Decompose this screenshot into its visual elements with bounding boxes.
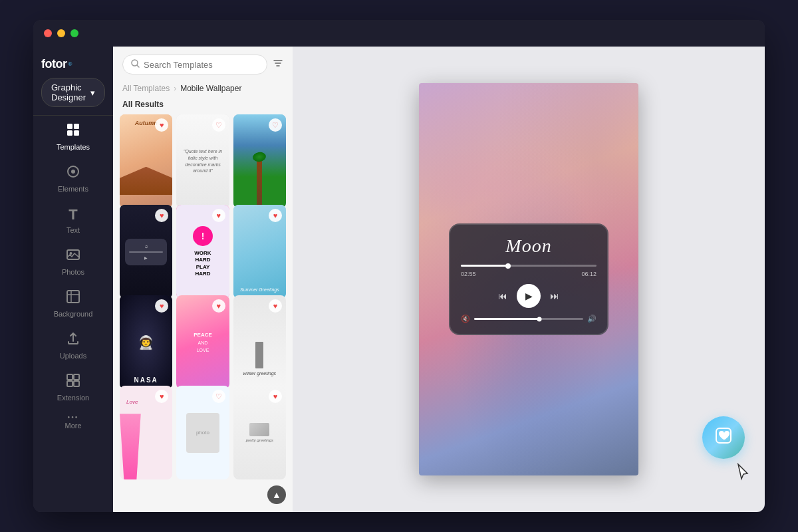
sidebar-item-elements[interactable]: Elements xyxy=(33,158,113,200)
favorite-badge: ♥ xyxy=(212,209,225,222)
app-body: fotor ® Graphic Designer ▾ xyxy=(33,47,765,512)
uploads-icon xyxy=(66,331,80,349)
favorite-badge: ♡ xyxy=(269,118,282,132)
photos-icon xyxy=(66,247,80,265)
sidebar-item-text[interactable]: T Text xyxy=(33,200,113,241)
favorite-badge: ♡ xyxy=(212,118,225,132)
breadcrumb: All Templates › Mobile Wallpaper xyxy=(113,80,293,97)
svg-rect-12 xyxy=(74,381,79,386)
wallpaper-background: Moon 02:55 06:12 ⏮ xyxy=(419,83,638,475)
more-icon: ●●● xyxy=(68,415,79,419)
breadcrumb-current: Mobile Wallpaper xyxy=(180,84,241,93)
logo: fotor xyxy=(41,57,66,71)
volume-up-icon: 🔊 xyxy=(587,315,597,323)
templates-label: Templates xyxy=(57,143,90,151)
svg-rect-8 xyxy=(67,291,79,303)
more-label: More xyxy=(65,422,81,430)
favorite-badge: ♥ xyxy=(269,209,282,222)
sidebar-item-photos[interactable]: Photos xyxy=(33,241,113,283)
svg-rect-1 xyxy=(74,124,79,129)
main-canvas: Moon 02:55 06:12 ⏮ xyxy=(293,47,765,512)
volume-row: 🔇 🔊 xyxy=(461,315,597,323)
time-row: 02:55 06:12 xyxy=(461,271,597,277)
scroll-to-top-button[interactable]: ▲ xyxy=(267,485,286,504)
uploads-label: Uploads xyxy=(60,352,86,360)
background-icon xyxy=(66,289,80,307)
template-card[interactable]: ♫ ▶ ♥ xyxy=(120,205,172,299)
logo-trademark: ® xyxy=(68,61,72,67)
volume-dot xyxy=(537,317,542,321)
elements-icon xyxy=(66,164,80,182)
cursor xyxy=(735,463,751,485)
progress-dot xyxy=(505,263,511,269)
favorite-badge: ♥ xyxy=(155,390,168,403)
volume-fill xyxy=(474,318,539,320)
player-title: Moon xyxy=(461,235,597,257)
sidebar-item-background[interactable]: Background xyxy=(33,283,113,325)
template-grid: Autumn ♥ "Quote text here in italic styl… xyxy=(113,114,293,512)
volume-mute-icon: 🔇 xyxy=(461,315,470,323)
canvas-content: Moon 02:55 06:12 ⏮ xyxy=(419,83,638,475)
photos-label: Photos xyxy=(62,268,84,276)
close-window-button[interactable] xyxy=(44,29,52,37)
progress-bar[interactable] xyxy=(461,265,597,267)
svg-rect-3 xyxy=(74,130,79,136)
template-card[interactable]: Summer Greetings ♥ xyxy=(233,205,286,299)
template-card[interactable]: "Quote text here in italic style with de… xyxy=(176,114,229,208)
filter-icon[interactable] xyxy=(273,58,283,71)
title-bar xyxy=(33,20,765,47)
panel-header xyxy=(113,47,293,80)
music-player-card: Moon 02:55 06:12 ⏮ xyxy=(449,223,608,335)
breadcrumb-parent[interactable]: All Templates xyxy=(122,84,170,93)
template-card[interactable]: Love ♥ xyxy=(120,386,172,479)
time-current: 02:55 xyxy=(461,271,476,277)
search-input[interactable] xyxy=(144,60,259,70)
sidebar-item-more[interactable]: ●●● More xyxy=(33,408,113,436)
template-card[interactable]: PEACE AND LOVE ♥ xyxy=(176,295,229,389)
sidebar-item-templates[interactable]: Templates xyxy=(33,116,113,158)
heart-icon xyxy=(714,426,733,449)
play-button[interactable]: ▶ xyxy=(517,284,541,308)
volume-bar[interactable] xyxy=(474,318,583,320)
time-total: 06:12 xyxy=(581,271,597,277)
template-card[interactable]: ! WORKHARDPLAYHARD ♥ xyxy=(176,205,229,299)
maximize-window-button[interactable] xyxy=(70,29,78,37)
svg-rect-10 xyxy=(74,374,79,380)
templates-icon xyxy=(66,122,80,140)
template-card[interactable]: Autumn ♥ xyxy=(120,114,172,208)
template-card[interactable]: winter greetings ♥ xyxy=(233,295,286,389)
graphic-designer-button[interactable]: Graphic Designer ▾ xyxy=(41,78,105,107)
favorite-badge: ♥ xyxy=(212,299,225,313)
app-mode-label: Graphic Designer xyxy=(51,82,86,102)
app-window: fotor ® Graphic Designer ▾ xyxy=(33,20,765,512)
template-card[interactable]: pretty greetings ♥ xyxy=(233,386,286,479)
left-panel: All Templates › Mobile Wallpaper All Res… xyxy=(113,47,293,512)
rewind-button[interactable]: ⏮ xyxy=(498,291,507,301)
minimize-window-button[interactable] xyxy=(57,29,65,37)
breadcrumb-separator: › xyxy=(174,84,176,93)
player-controls: ⏮ ▶ ⏭ xyxy=(461,284,597,308)
background-label: Background xyxy=(54,310,93,318)
svg-rect-2 xyxy=(67,130,72,136)
fast-forward-button[interactable]: ⏭ xyxy=(550,291,559,301)
chevron-down-icon: ▾ xyxy=(90,88,95,98)
template-card[interactable]: ♡ xyxy=(233,114,286,208)
svg-rect-11 xyxy=(67,381,72,386)
search-icon xyxy=(131,59,140,70)
template-card[interactable]: 👨‍🚀 NASA ♥ xyxy=(120,295,172,389)
template-card[interactable]: photo ♡ xyxy=(176,386,229,479)
text-label: Text xyxy=(66,226,80,234)
extension-icon xyxy=(66,373,80,391)
panel-top: All Templates › Mobile Wallpaper All Res… xyxy=(113,47,293,114)
favorite-badge: ♥ xyxy=(269,299,282,313)
favorite-badge: ♥ xyxy=(269,390,282,403)
favorite-fab-button[interactable] xyxy=(702,416,745,459)
sidebar: fotor ® Graphic Designer ▾ xyxy=(33,47,113,512)
svg-rect-9 xyxy=(67,374,72,380)
search-box[interactable] xyxy=(122,55,267,74)
extension-label: Extension xyxy=(57,394,89,402)
results-label: All Results xyxy=(113,97,293,114)
svg-point-5 xyxy=(71,170,75,174)
sidebar-item-uploads[interactable]: Uploads xyxy=(33,325,113,366)
sidebar-item-extension[interactable]: Extension xyxy=(33,366,113,408)
